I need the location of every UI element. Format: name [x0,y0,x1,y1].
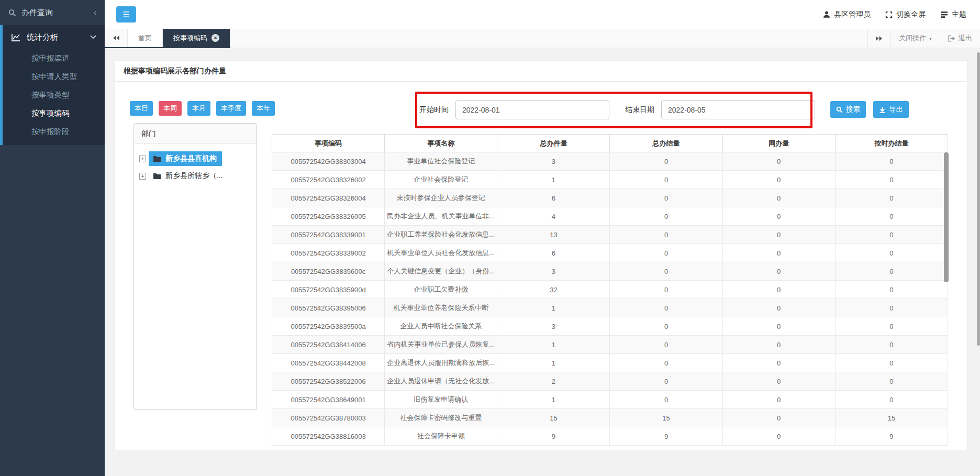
top-bar: ☰ 县区管理员 切换全屏 主题 [105,0,980,29]
item-name-cell: 未按时参保企业人员参保登记 [385,189,497,207]
value-cell: 15 [497,409,610,427]
tab-1[interactable]: 首页 [128,29,163,47]
table-row: 005572542GG38326002企业社会保险登记1000 [272,171,948,189]
tree-item-content: 新乡县县直机构 [149,151,222,166]
sidebar-submenu: 按申报渠道按申请人类型按事项类型按事项编码按申报阶段 [0,49,105,141]
filter-button-3[interactable]: 本月 [187,101,210,116]
filter-button-1[interactable]: 本日 [130,101,153,116]
download-icon [879,106,886,113]
value-cell: 0 [722,372,835,391]
item-code-cell: 005572542GG38414006 [272,336,385,354]
value-cell: 0 [610,189,722,207]
value-cell: 0 [722,262,835,281]
expand-icon[interactable]: + [139,156,146,162]
tabs-scroll-right-button[interactable] [867,29,890,48]
value-cell: 0 [610,152,722,171]
table-row: 005572542GG3835900d企业职工欠费补缴32000 [272,281,948,299]
table-row: 005572542GG38326005民办非企业人员、机关事业单位非...400… [272,207,948,226]
table-scrollbar[interactable] [944,152,949,282]
sidebar-item-3[interactable]: 按事项类型 [0,86,105,104]
user-menu[interactable]: 县区管理员 [823,10,871,19]
tab-close-icon[interactable]: × [211,34,219,42]
value-cell: 0 [610,391,722,409]
window-scrollbar[interactable] [977,52,980,346]
value-cell: 0 [722,409,835,427]
end-date-label: 结束日期 [625,105,654,115]
sidebar-search[interactable]: 办件查询 ‹ [0,0,105,25]
item-code-cell: 005572542GG38326002 [272,171,385,189]
chevron-left-icon[interactable]: ‹ [94,8,96,17]
fullscreen-toggle[interactable]: 切换全屏 [885,10,926,19]
filter-button-5[interactable]: 本年 [252,101,275,116]
value-cell: 1 [497,171,610,189]
sidebar-item-2[interactable]: 按申请人类型 [0,68,105,86]
value-cell: 0 [610,354,722,372]
value-cell: 0 [610,171,722,189]
sidebar-item-4[interactable]: 按事项编码 [0,104,105,123]
filter-button-2[interactable]: 本周 [159,101,182,116]
tab-2[interactable]: 按事项编码× [163,29,230,47]
value-cell: 0 [722,336,835,354]
tabs-container: 首页按事项编码× [128,29,230,47]
end-date-input[interactable] [661,100,815,119]
value-cell: 0 [722,152,835,171]
theme-menu[interactable]: 主题 [940,10,966,19]
search-button[interactable]: 搜索 [830,101,866,118]
tree-item-label: 新乡县县直机构 [165,154,217,163]
start-date-input[interactable] [455,100,609,119]
table-row: 005572542GG38442008企业离退休人员服刑期满释放后恢...100… [272,354,948,372]
table-row: 005572542GG38326004未按时参保企业人员参保登记6000 [272,189,948,207]
column-header-5: 网办量 [722,135,835,152]
hamburger-button[interactable]: ☰ [116,6,136,23]
tree-item-content: 新乡县所辖乡（... [149,169,228,183]
caret-down-icon: ▾ [929,36,932,41]
item-code-cell: 005572542GG38339001 [272,226,385,244]
value-cell: 0 [835,152,948,171]
tabs-scroll-left-button[interactable] [105,29,128,47]
item-name-cell: 企业社会保险登记 [385,171,497,189]
export-button[interactable]: 导出 [873,101,909,118]
item-code-cell: 005572542GG38442008 [272,354,385,372]
value-cell: 0 [835,281,948,299]
item-code-cell: 005572542GG38649001 [272,391,385,409]
table-row: 005572542GG38303004事业单位社会保险登记3000 [272,152,948,171]
table-row: 005572542GG38780003社会保障卡密码修改与重置1515015 [272,409,948,427]
item-name-cell: 民办非企业人员、机关事业单位非... [385,207,497,226]
expand-icon[interactable]: + [139,173,146,180]
value-cell: 0 [610,299,722,317]
close-operations-label: 关闭操作 [899,34,926,43]
department-tree-panel: 部门 +新乡县县直机构+新乡县所辖乡（... [133,123,257,410]
item-name-cell: 企业人员中断社会保险关系 [385,317,497,336]
item-name-cell: 企业离退休人员服刑期满释放后恢... [385,354,497,372]
date-filter-buttons: 本日本周本月本季度本年 [130,101,275,116]
logout-label: 退出 [959,34,972,43]
folder-icon [153,173,161,180]
sidebar-search-label: 办件查询 [21,8,53,18]
value-cell: 1 [497,354,610,372]
start-date-group: 开始时间 [419,100,609,119]
tabs-left-cluster: 首页按事项编码× [105,29,230,48]
item-name-cell: 机关事业单位人员社会化发放信息... [385,244,497,262]
close-operations-dropdown[interactable]: 关闭操作 ▾ [890,29,940,48]
results-table-area: 事项编码事项名称总办件量总办结量网办量按时办结量 005572542GG3830… [272,134,948,446]
value-cell: 0 [610,336,722,354]
tree-item-2[interactable]: +新乡县所辖乡（... [139,169,253,183]
tree-item-1[interactable]: +新乡县县直机构 [139,151,253,166]
filter-button-4[interactable]: 本季度 [216,101,246,116]
logout-button[interactable]: 退出 [940,29,980,48]
tree-header: 部门 [134,124,257,143]
item-name-cell: 企业职工欠费补缴 [385,281,497,299]
value-cell: 15 [610,409,722,427]
value-cell: 15 [835,409,948,427]
search-icon [8,9,16,17]
value-cell: 9 [610,427,722,446]
sidebar-item-5[interactable]: 按申报阶段 [0,123,105,141]
panel-card: 根据事项编码展示各部门办件量 本日本周本月本季度本年 开始时间 结束日期 搜索 … [115,60,967,450]
tree-item-label: 新乡县所辖乡（... [165,171,223,181]
item-code-cell: 005572542GG3835600c [272,262,385,281]
column-header-3: 总办件量 [497,135,610,152]
sidebar-item-1[interactable]: 按申报渠道 [0,49,105,68]
value-cell: 3 [497,317,610,336]
value-cell: 9 [835,427,948,446]
menu-statistics[interactable]: 统计分析 [0,25,105,49]
